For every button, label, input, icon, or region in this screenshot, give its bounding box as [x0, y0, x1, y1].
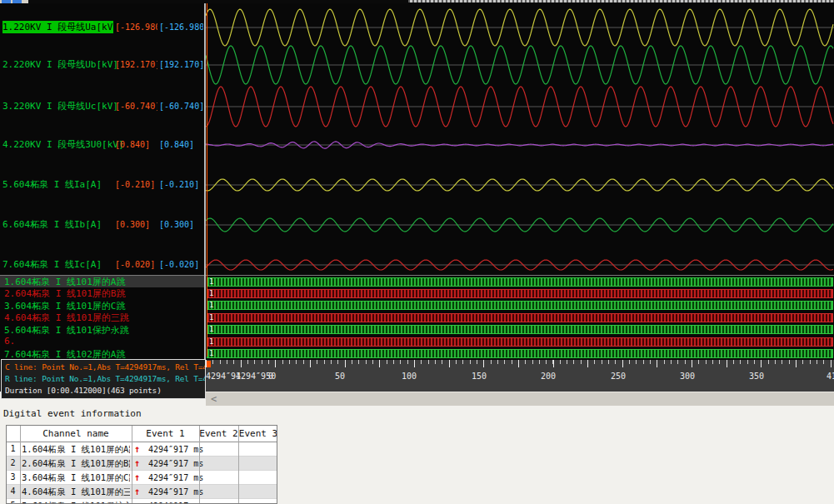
analog-channel-label: 5.604柘泉 I 线Ia[A] [2, 178, 102, 191]
digital-channel-row[interactable]: 2.604柘泉 I 线101屏的B跳 [0, 287, 204, 299]
digital-channel-row[interactable]: 5.604柘泉 I 线101保护永跳 [0, 324, 204, 336]
analog-cursor-value-r: [-60.740] [159, 102, 203, 111]
analog-channel-row[interactable]: 6.604柘泉 I 线Ib[A][0.300][0.300] [0, 218, 204, 232]
digital-trace-bar: 1 [207, 277, 833, 287]
digital-channel-row[interactable]: 6. [0, 336, 204, 347]
digital-state-value: 1 [209, 301, 213, 309]
digital-channel-label: 2.604柘泉 I 线101屏的B跳 [4, 287, 125, 299]
digital-trace-bar: 1 [207, 349, 833, 358]
digital-state-value: 1 [209, 313, 213, 322]
analog-channel-row[interactable]: 2.220KV I 段母线Ub[kV][192.170][192.170] [0, 58, 204, 72]
analog-channel-label: 6.604柘泉 I 线Ib[A] [2, 218, 102, 231]
digital-channel-label: 6. [4, 336, 15, 347]
analog-channel-row[interactable]: 7.604柘泉 I 线Ic[A][-0.020][-0.020] [0, 258, 204, 272]
duration-status: Duration [0:00.412000](463 points) [5, 386, 206, 395]
analog-channel-row[interactable]: 4.220KV I 段母线3U0[kV][0.840][0.840] [0, 138, 204, 152]
digital-trace-bar: 1 [207, 289, 833, 298]
digital-state-value: 1 [209, 277, 213, 286]
event-time: 4294″917 ms [148, 459, 203, 468]
ruler-label: 41 [827, 372, 834, 381]
digital-trace-bar: 1 [207, 325, 833, 334]
analog-channel-row[interactable]: 1.220KV I 段母线Ua[kV][-126.980][-126.980] [0, 21, 204, 34]
digital-channel-label: 4.604柘泉 I 线101屏的三跳 [4, 312, 129, 323]
ruler-major-ticks [206, 360, 834, 367]
digital-state-value: 1 [209, 349, 213, 357]
event-rising-arrow-icon: ↑ [134, 500, 140, 504]
table-gridline [20, 426, 21, 503]
table-header-cell: Event 1 [132, 428, 199, 439]
table-row[interactable]: 33.604柘泉 I 线101屏的C跳↑4294″917 ms [7, 471, 277, 485]
analog-cursor-value-c: [-0.020] [115, 260, 157, 269]
analog-cursor-value-r: [0.300] [159, 220, 203, 229]
table-row[interactable]: 55.604柘泉 I 线101保护永跳↑4294″917 ms [7, 499, 277, 504]
digital-channel-row[interactable]: 7.604柘泉 I 线102屏的A跳 [0, 348, 204, 360]
analog-waveform-plot [206, 3, 834, 275]
titlebar-text-strip [408, 0, 834, 2]
digital-channel-label: 1.604柘泉 I 线101屏的A跳 [4, 276, 125, 287]
ruler-label: 200 [541, 372, 556, 381]
analog-channel-label: 1.220KV I 段母线Ua[kV] [2, 21, 113, 33]
row-number: 3 [7, 472, 19, 482]
row-number: 4 [7, 487, 19, 496]
event-channel-name: 4.604柘泉 I 线101屏的三跳 [22, 487, 130, 498]
analog-channel-label: 3.220KV I 段母线Uc[kV] [2, 100, 118, 112]
table-header-cell: Event 2 [199, 428, 238, 439]
digital-trace-bar: 1 [207, 337, 833, 347]
table-row[interactable]: 44.604柘泉 I 线101屏的三跳↑4294″917 ms [7, 485, 277, 499]
digital-channel-label: 7.604柘泉 I 线102屏的A跳 [4, 348, 125, 360]
analog-channel-row[interactable]: 5.604柘泉 I 线Ia[A][-0.210][-0.210] [0, 178, 204, 192]
event-time: 4294″917 ms [148, 487, 203, 497]
digital-channel-label: 3.604柘泉 I 线101屏的C跳 [4, 300, 125, 312]
table-gridline [238, 426, 239, 503]
analog-cursor-value-r: [-126.980] [159, 22, 203, 32]
row-number: 2 [7, 458, 19, 467]
analog-cursor-value-c: [0.300] [115, 220, 157, 229]
ruler-label: 150 [472, 372, 487, 381]
digital-state-value: 1 [209, 289, 213, 297]
digital-channel-row[interactable]: 1.604柘泉 I 线101屏的A跳 [0, 276, 204, 287]
ruler-label: 300 [680, 372, 695, 381]
event-channel-name: 1.604柘泉 I 线101屏的A跳 [22, 444, 130, 456]
event-channel-name: 3.604柘泉 I 线101屏的C跳 [22, 472, 130, 484]
analog-cursor-value-c: [-0.210] [115, 180, 157, 189]
table-gridline [132, 426, 132, 503]
event-rising-arrow-icon: ↑ [134, 472, 140, 483]
digital-state-value: 1 [209, 337, 213, 346]
event-channel-name: 2.604柘泉 I 线101屏的B跳 [22, 458, 130, 470]
event-time: 4294″917 ms [148, 445, 203, 454]
event-rising-arrow-icon: ↑ [134, 443, 140, 455]
digital-state-value: 1 [209, 325, 213, 333]
cursor-line[interactable] [207, 3, 207, 357]
event-time: 4294″917 ms [148, 473, 203, 482]
analog-channel-label: 7.604柘泉 I 线Ic[A] [2, 258, 102, 271]
ruler-label: 350 [749, 372, 764, 381]
r-line-status: R line: Point No.=1,Abs T=4294917ms, Rel… [5, 374, 206, 383]
waveform-main-area: 1.220KV I 段母线Ua[kV][-126.980][-126.980]2… [0, 3, 834, 392]
analog-channel-row[interactable]: 3.220KV I 段母线Uc[kV][-60.740][-60.740] [0, 100, 204, 113]
table-row[interactable]: 11.604柘泉 I 线101屏的A跳↑4294″917 ms [7, 442, 277, 457]
cursor-marker-icon[interactable] [207, 361, 211, 367]
event-rising-arrow-icon: ↑ [134, 486, 140, 497]
ruler-label: 100 [402, 372, 417, 381]
row-number: 5 [7, 501, 19, 504]
digital-trace-bar: 1 [207, 301, 833, 310]
scroll-left-arrow-icon[interactable]: < [211, 393, 217, 405]
wave-analysis-app: 1.220KV I 段母线Ua[kV][-126.980][-126.980]2… [0, 0, 834, 504]
analog-cursor-value-c: [0.840] [115, 140, 157, 149]
analog-cursor-value-c: [-60.740] [115, 102, 157, 111]
digital-event-table: Channel nameEvent 1Event 2Event 3 11.604… [6, 425, 277, 504]
time-ruler[interactable]: 4294″914294″95005010015020025030035041 [206, 360, 834, 392]
digital-channel-row[interactable]: 4.604柘泉 I 线101屏的三跳 [0, 312, 204, 323]
ruler-label: 0 [268, 372, 273, 381]
ruler-label: 50 [335, 372, 345, 381]
digital-channel-row[interactable]: 3.604柘泉 I 线101屏的C跳 [0, 300, 204, 312]
analog-channel-label: 4.220KV I 段母线3U0[kV] [2, 138, 124, 151]
event-rising-arrow-icon: ↑ [134, 457, 140, 469]
event-channel-name: 5.604柘泉 I 线101保护永跳 [22, 501, 130, 504]
cursor-status-panel: C line: Point No.=1,Abs T=4294917ms, Rel… [1, 359, 206, 399]
event-info-section: Digital event information Channel nameEv… [0, 406, 834, 504]
analog-cursor-value-c: [-126.980] [115, 22, 157, 32]
horizontal-scrollbar[interactable]: < [206, 392, 834, 406]
analog-channel-label: 2.220KV I 段母线Ub[kV] [2, 58, 118, 71]
table-row[interactable]: 22.604柘泉 I 线101屏的B跳↑4294″917 ms [7, 457, 277, 471]
